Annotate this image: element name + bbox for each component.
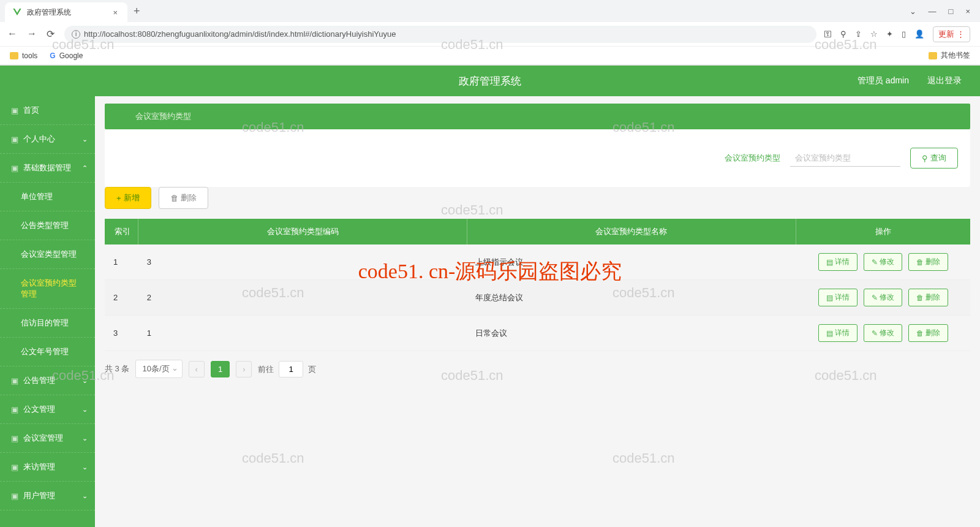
trash-icon: 🗑 bbox=[916, 329, 924, 338]
vue-favicon-icon bbox=[12, 7, 22, 17]
sidebar-item-user-mgmt[interactable]: ▣用户管理⌄ bbox=[0, 482, 95, 510]
edit-button[interactable]: ✎修改 bbox=[864, 289, 902, 306]
cell-code: 1 bbox=[138, 316, 467, 351]
search-icon: ⚲ bbox=[922, 154, 928, 163]
action-row: +新增 🗑删除 bbox=[105, 187, 970, 219]
chevron-down-icon: ⌄ bbox=[82, 492, 88, 500]
home-icon: ▣ bbox=[11, 106, 18, 115]
google-icon: G bbox=[50, 51, 55, 60]
cell-index: 2 bbox=[105, 280, 138, 316]
browser-chrome: 政府管理系统 × + ⌄ — □ × ← → ⟳ i http://localh… bbox=[0, 0, 980, 66]
sidebar-item-doc-year[interactable]: 公文年号管理 bbox=[0, 338, 95, 366]
th-code: 会议室预约类型编码 bbox=[138, 219, 467, 245]
edit-icon: ✎ bbox=[872, 329, 878, 338]
delete-button[interactable]: 🗑删除 bbox=[908, 253, 948, 271]
edit-button[interactable]: ✎修改 bbox=[864, 253, 902, 271]
site-info-icon[interactable]: i bbox=[72, 30, 80, 39]
close-icon[interactable]: × bbox=[110, 8, 120, 17]
page-next[interactable]: › bbox=[236, 361, 252, 377]
chevron-down-icon: ⌄ bbox=[82, 377, 88, 385]
browser-actions: ⚿ ⚲ ⇪ ☆ ✦ ▯ 👤 更新⋮ bbox=[824, 26, 975, 42]
chevron-down-icon: ⌄ bbox=[82, 434, 88, 442]
search-row: 会议室预约类型 ⚲查询 bbox=[105, 129, 970, 187]
url-text: http://localhost:8080/zhengfuguanlixiton… bbox=[84, 29, 396, 39]
share-icon[interactable]: ⇪ bbox=[855, 29, 862, 39]
page-current[interactable]: 1 bbox=[211, 361, 230, 377]
dropdown-icon[interactable]: ⌄ bbox=[910, 7, 916, 16]
delete-button[interactable]: 🗑删除 bbox=[908, 289, 948, 306]
key-icon[interactable]: ⚿ bbox=[824, 29, 832, 39]
page-size-select[interactable]: 10条/页 bbox=[135, 360, 182, 378]
close-window-icon[interactable]: × bbox=[965, 7, 970, 16]
sidebar-item-visit-mgmt[interactable]: ▣来访管理⌄ bbox=[0, 453, 95, 482]
sidebar-item-notice-type[interactable]: 公告类型管理 bbox=[0, 211, 95, 240]
header-right: 管理员 admin 退出登录 bbox=[858, 75, 962, 86]
back-icon[interactable]: ← bbox=[7, 28, 17, 40]
search-label: 会议室预约类型 bbox=[725, 153, 780, 164]
extensions-icon[interactable]: ✦ bbox=[886, 29, 893, 39]
detail-button[interactable]: ▤详情 bbox=[818, 289, 858, 306]
bookmark-other[interactable]: 其他书签 bbox=[929, 50, 970, 61]
sidebar-item-petition[interactable]: 信访目的管理 bbox=[0, 309, 95, 338]
page-prev[interactable]: ‹ bbox=[189, 361, 205, 377]
cell-name: 年度总结会议 bbox=[467, 280, 796, 316]
table-header-row: 索引 会议室预约类型编码 会议室预约类型名称 操作 bbox=[105, 219, 970, 245]
visit-icon: ▣ bbox=[11, 463, 18, 472]
url-bar[interactable]: i http://localhost:8080/zhengfuguanlixit… bbox=[64, 26, 816, 43]
edit-icon: ✎ bbox=[872, 294, 878, 302]
cell-index: 1 bbox=[105, 245, 138, 280]
cell-code: 3 bbox=[138, 245, 467, 280]
trash-icon: 🗑 bbox=[170, 194, 178, 203]
cell-actions: ▤详情✎修改🗑删除 bbox=[796, 316, 970, 351]
delete-bulk-button[interactable]: 🗑删除 bbox=[159, 187, 208, 209]
logout-button[interactable]: 退出登录 bbox=[927, 75, 962, 86]
page-goto-input[interactable] bbox=[279, 361, 303, 377]
sidebar-item-room-type[interactable]: 会议室类型管理 bbox=[0, 240, 95, 269]
app-body: ▣首页 ▣个人中心⌄ ▣基础数据管理⌃ 单位管理 公告类型管理 会议室类型管理 … bbox=[0, 96, 980, 527]
search-button[interactable]: ⚲查询 bbox=[910, 148, 958, 169]
sidebar-item-doc-mgmt[interactable]: ▣公文管理⌄ bbox=[0, 395, 95, 424]
main-content: 会议室预约类型 会议室预约类型 ⚲查询 +新增 🗑删除 索引 会议室预约类型编码… bbox=[95, 96, 980, 527]
current-user[interactable]: 管理员 admin bbox=[858, 75, 909, 86]
sidebar-item-basic-data[interactable]: ▣基础数据管理⌃ bbox=[0, 154, 95, 183]
data-table: 索引 会议室预约类型编码 会议室预约类型名称 操作 13上级指示会议▤详情✎修改… bbox=[105, 219, 970, 351]
forward-icon[interactable]: → bbox=[27, 28, 37, 40]
table-row: 13上级指示会议▤详情✎修改🗑删除 bbox=[105, 245, 970, 280]
sidebar-item-profile[interactable]: ▣个人中心⌄ bbox=[0, 125, 95, 154]
nav-icons: ← → ⟳ bbox=[5, 28, 57, 40]
detail-button[interactable]: ▤详情 bbox=[818, 324, 858, 342]
cell-index: 3 bbox=[105, 316, 138, 351]
doc-icon: ▤ bbox=[826, 294, 833, 302]
doc-icon: ▤ bbox=[826, 329, 833, 338]
minimize-icon[interactable]: — bbox=[929, 7, 937, 16]
bookmark-tools[interactable]: tools bbox=[10, 51, 37, 60]
edit-button[interactable]: ✎修改 bbox=[864, 324, 902, 342]
reload-icon[interactable]: ⟳ bbox=[47, 28, 55, 40]
sidebar-item-notice-mgmt[interactable]: ▣公告管理⌄ bbox=[0, 366, 95, 395]
user-icon: ▣ bbox=[11, 135, 18, 144]
new-tab-button[interactable]: + bbox=[127, 5, 146, 18]
search-icon[interactable]: ⚲ bbox=[840, 29, 846, 39]
panel-icon[interactable]: ▯ bbox=[902, 29, 906, 39]
chevron-down-icon: ⌄ bbox=[82, 406, 88, 414]
bookmark-google[interactable]: GGoogle bbox=[50, 51, 83, 60]
chevron-down-icon: ⌄ bbox=[82, 463, 88, 471]
browser-tab[interactable]: 政府管理系统 × bbox=[5, 2, 127, 22]
app-header: 政府管理系统 管理员 admin 退出登录 bbox=[0, 66, 980, 96]
sidebar-item-unit-mgmt[interactable]: 单位管理 bbox=[0, 183, 95, 211]
search-input[interactable] bbox=[790, 150, 900, 167]
maximize-icon[interactable]: □ bbox=[949, 7, 954, 16]
star-icon[interactable]: ☆ bbox=[870, 29, 878, 39]
th-actions: 操作 bbox=[796, 219, 970, 245]
th-name: 会议室预约类型名称 bbox=[467, 219, 796, 245]
sidebar-item-room-mgmt[interactable]: ▣会议室管理⌄ bbox=[0, 424, 95, 453]
cell-actions: ▤详情✎修改🗑删除 bbox=[796, 280, 970, 316]
add-button[interactable]: +新增 bbox=[105, 187, 151, 209]
delete-button[interactable]: 🗑删除 bbox=[908, 324, 948, 342]
tab-title: 政府管理系统 bbox=[27, 7, 110, 18]
update-button[interactable]: 更新⋮ bbox=[933, 26, 970, 42]
detail-button[interactable]: ▤详情 bbox=[818, 253, 858, 271]
sidebar-item-booking-type[interactable]: 会议室预约类型管理 bbox=[0, 269, 95, 309]
sidebar-item-home[interactable]: ▣首页 bbox=[0, 96, 95, 125]
profile-icon[interactable]: 👤 bbox=[914, 29, 924, 39]
